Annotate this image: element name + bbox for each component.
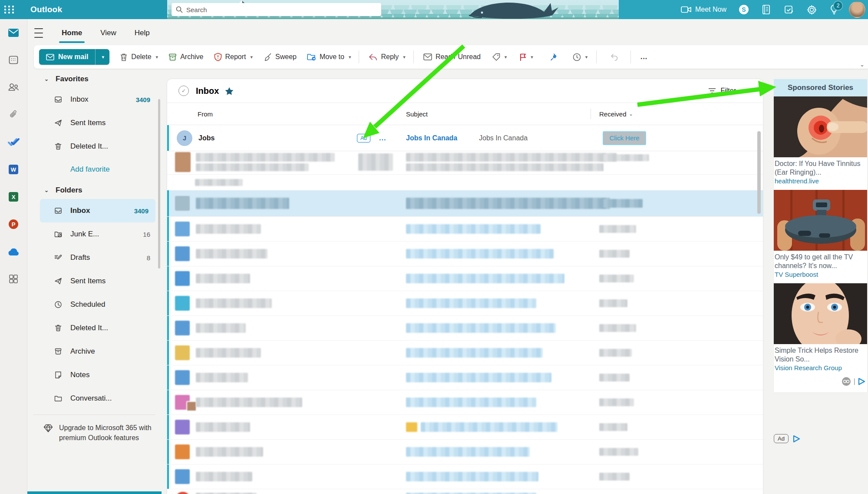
favorite-item-deleted-it[interactable]: Deleted It...: [27, 135, 162, 158]
redacted-email-row[interactable]: [167, 440, 763, 464]
rail-apps-button[interactable]: [6, 272, 21, 286]
ad-title[interactable]: Only $49 to get all the TV channels? It'…: [774, 251, 867, 270]
more-options-button[interactable]: ...: [636, 49, 652, 65]
ad-link[interactable]: healthtrend.live: [774, 177, 867, 190]
folder-item-notes[interactable]: Notes: [27, 363, 162, 387]
folder-item-deleted-it[interactable]: Deleted It...: [27, 316, 162, 340]
sponsored-ad-tv-device[interactable]: Only $49 to get all the TV channels? It'…: [774, 190, 867, 283]
new-mail-dropdown[interactable]: ▾: [95, 49, 109, 65]
redacted-email-row[interactable]: [167, 316, 763, 341]
favorite-star-icon[interactable]: [225, 87, 234, 95]
tab-view[interactable]: View: [99, 26, 118, 40]
app-launcher-button[interactable]: [0, 0, 19, 19]
new-mail-split-button[interactable]: New mail ▾: [39, 49, 109, 65]
ad-row-subject[interactable]: Jobs In Canada: [406, 134, 457, 142]
move-to-button[interactable]: Move to▾: [303, 49, 355, 65]
rail-people-button[interactable]: [6, 80, 21, 95]
rail-attachments-button[interactable]: [6, 107, 21, 122]
tips-button[interactable]: 2: [825, 0, 844, 19]
pin-button[interactable]: [541, 49, 566, 65]
folder-item-conversati[interactable]: Conversati...: [27, 387, 162, 410]
redacted-email-row[interactable]: [167, 341, 763, 365]
ad-title[interactable]: Simple Trick Helps Restore Vision So...: [774, 344, 867, 364]
redacted-email-row[interactable]: [167, 266, 763, 291]
column-from[interactable]: From: [198, 110, 213, 118]
sponsored-ad-vision[interactable]: Simple Trick Helps Restore Vision So... …: [774, 283, 867, 377]
column-subject[interactable]: Subject: [406, 110, 428, 118]
redacted-email-row[interactable]: [167, 489, 763, 494]
filter-button[interactable]: Filter: [708, 87, 752, 95]
click-here-button[interactable]: Click Here: [603, 131, 646, 145]
message-list-scrollbar[interactable]: [757, 131, 761, 214]
redacted-email-row[interactable]: [167, 150, 763, 175]
folder-item-archive[interactable]: Archive: [27, 340, 162, 363]
folder-pane-scrollbar[interactable]: [158, 99, 160, 269]
ad-provider-icon[interactable]: [842, 377, 851, 386]
redacted-email-row[interactable]: [167, 217, 763, 242]
redacted-email-row[interactable]: [167, 242, 763, 266]
redacted-email-row[interactable]: [167, 390, 763, 415]
folder-item-scheduled[interactable]: Scheduled: [27, 293, 162, 316]
redacted-block: [196, 447, 263, 457]
report-button[interactable]: Report▾: [210, 49, 257, 65]
column-received[interactable]: Received⌄: [599, 110, 633, 118]
ad-more-options[interactable]: ...: [379, 134, 386, 142]
rail-calendar-button[interactable]: [6, 53, 21, 67]
folder-item-junk-e[interactable]: Junk E...16: [27, 222, 162, 246]
sponsored-ad-tinnitus[interactable]: Doctor: If You Have Tinnitus (Ear Ringin…: [774, 96, 867, 190]
rail-powerpoint-button[interactable]: P: [6, 217, 21, 232]
favorites-section-header[interactable]: ⌄ Favorites: [27, 69, 162, 88]
message-list-header: ✓ Inbox Filter: [167, 79, 763, 103]
folder-pane-toggle[interactable]: [32, 27, 45, 40]
ad-title[interactable]: Doctor: If You Have Tinnitus (Ear Ringin…: [774, 157, 867, 177]
rail-excel-button[interactable]: X: [6, 189, 21, 204]
folders-section-header[interactable]: ⌄ Folders: [27, 180, 162, 199]
snooze-button[interactable]: ▾: [568, 49, 593, 65]
archive-button[interactable]: Archive: [164, 49, 208, 65]
adchoices-icon[interactable]: [858, 378, 865, 385]
categorize-button[interactable]: ▾: [487, 49, 512, 65]
skype-button[interactable]: S: [734, 0, 753, 19]
redacted-email-row[interactable]: [167, 190, 763, 217]
new-mail-button[interactable]: New mail: [39, 49, 95, 65]
flag-button[interactable]: ▾: [514, 49, 539, 65]
meet-now-button[interactable]: Meet Now: [677, 0, 731, 19]
tab-home[interactable]: Home: [60, 26, 84, 40]
rail-word-button[interactable]: W: [6, 162, 21, 177]
ad-link[interactable]: TV Superboost: [774, 270, 867, 283]
search-input[interactable]: Search: [172, 3, 381, 16]
ad-link[interactable]: Vision Research Group: [774, 364, 867, 377]
undo-button[interactable]: [602, 49, 627, 65]
ribbon-toolbar: New mail ▾ Delete▾ Archive Report▾ Sweep…: [34, 45, 868, 69]
redacted-email-row[interactable]: [167, 415, 763, 440]
folder-item-inbox[interactable]: Inbox3409: [40, 199, 155, 222]
redacted-email-row[interactable]: [167, 365, 763, 390]
add-favorite-button[interactable]: Add favorite: [27, 158, 162, 180]
rail-mail-button[interactable]: [6, 25, 21, 40]
favorite-item-inbox[interactable]: Inbox3409: [27, 88, 162, 111]
tab-help[interactable]: Help: [133, 26, 152, 40]
account-avatar[interactable]: [849, 1, 865, 18]
settings-button[interactable]: [802, 0, 821, 19]
rail-onedrive-button[interactable]: [6, 244, 21, 259]
delete-button[interactable]: Delete▾: [116, 49, 162, 65]
folder-item-sent-items[interactable]: Sent Items: [27, 269, 162, 293]
rail-todo-button[interactable]: [6, 135, 21, 149]
redacted-block: [406, 373, 551, 382]
collapse-ribbon-chevron[interactable]: ⌄: [860, 61, 865, 68]
redacted-email-row[interactable]: [167, 464, 763, 489]
folder-item-drafts[interactable]: Drafts8: [27, 246, 162, 269]
sponsored-ad-email-row[interactable]: J Jobs Ad ... Jobs In Canada Jobs In Can…: [167, 125, 763, 151]
select-all-checkbox[interactable]: ✓: [178, 86, 189, 96]
read-unread-button[interactable]: Read / Unread: [419, 49, 485, 65]
upgrade-banner[interactable]: Upgrade to Microsoft 365 with premium Ou…: [27, 415, 162, 443]
my-day-button[interactable]: [779, 0, 799, 19]
sweep-button[interactable]: Sweep: [259, 49, 301, 65]
outlook-window: Outlook Search Meet Now S: [0, 0, 868, 494]
onenote-feed-button[interactable]: [757, 0, 776, 19]
redacted-block: [406, 447, 530, 457]
favorite-item-sent-items[interactable]: Sent Items: [27, 111, 162, 135]
reply-button[interactable]: Reply▾: [364, 49, 409, 65]
redacted-email-row[interactable]: [167, 291, 763, 316]
adchoices-icon[interactable]: [793, 435, 800, 443]
